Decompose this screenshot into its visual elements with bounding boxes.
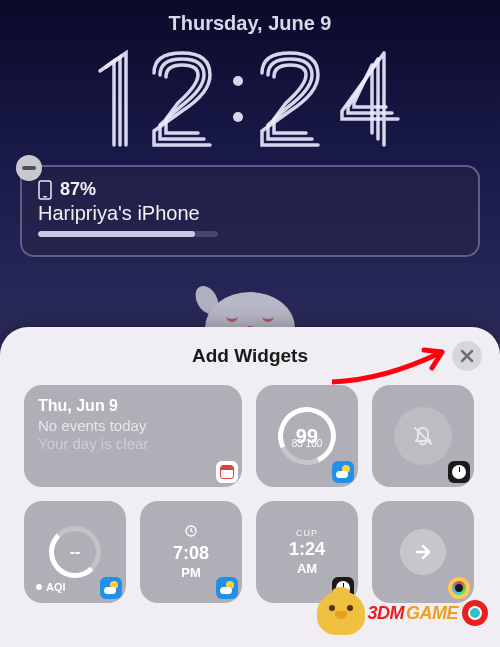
calendar-status: Your day is clear xyxy=(38,435,228,452)
arrow-right-icon xyxy=(412,541,434,563)
calendar-date: Thu, Jun 9 xyxy=(38,397,228,415)
lock-screen-clock[interactable] xyxy=(0,35,500,155)
aqi-label: AQI xyxy=(46,581,66,593)
minus-icon xyxy=(22,166,36,170)
remove-widget-button[interactable] xyxy=(16,155,42,181)
calendar-events: No events today xyxy=(38,417,228,434)
clock-icon xyxy=(184,524,198,538)
widget-shortcut[interactable] xyxy=(372,501,474,603)
calendar-app-icon xyxy=(216,461,238,483)
clock-time: 7:08 xyxy=(173,543,209,564)
weather-app-icon xyxy=(100,577,122,599)
widget-aqi[interactable]: -- AQI xyxy=(24,501,126,603)
svg-point-0 xyxy=(233,76,243,86)
svg-rect-4 xyxy=(43,196,47,198)
widget-dnd[interactable] xyxy=(372,385,474,487)
weather-app-icon xyxy=(332,461,354,483)
widget-weather-aqi[interactable]: 99 83 100 xyxy=(256,385,358,487)
svg-point-1 xyxy=(233,112,243,122)
device-name: Haripriya's iPhone xyxy=(38,202,462,225)
aqi-range: 83 100 xyxy=(292,438,323,449)
clock-app-icon xyxy=(448,461,470,483)
weather-app-icon xyxy=(216,577,238,599)
widget-calendar[interactable]: Thu, Jun 9 No events today Your day is c… xyxy=(24,385,242,487)
lock-screen-date: Thursday, June 9 xyxy=(0,0,500,35)
aqi-value-small: -- xyxy=(49,526,101,578)
location-icon xyxy=(462,600,488,626)
svg-rect-2 xyxy=(22,166,36,170)
sheet-title: Add Widgets xyxy=(192,345,308,367)
clock-time: 1:24 xyxy=(289,539,325,560)
clock-city: CUP xyxy=(289,528,325,538)
watermark-logo: 3DMGAME xyxy=(317,591,488,635)
close-icon xyxy=(460,349,474,363)
battery-progress-bar xyxy=(38,231,218,237)
clock-ampm: PM xyxy=(173,565,209,580)
widget-clock-local[interactable]: 7:08 PM xyxy=(140,501,242,603)
battery-widget[interactable]: 87% Haripriya's iPhone xyxy=(20,165,480,257)
battery-percent: 87% xyxy=(60,179,96,200)
bell-slash-icon xyxy=(412,425,434,447)
clock-ampm: AM xyxy=(289,561,325,576)
phone-icon xyxy=(38,180,52,200)
close-button[interactable] xyxy=(452,341,482,371)
